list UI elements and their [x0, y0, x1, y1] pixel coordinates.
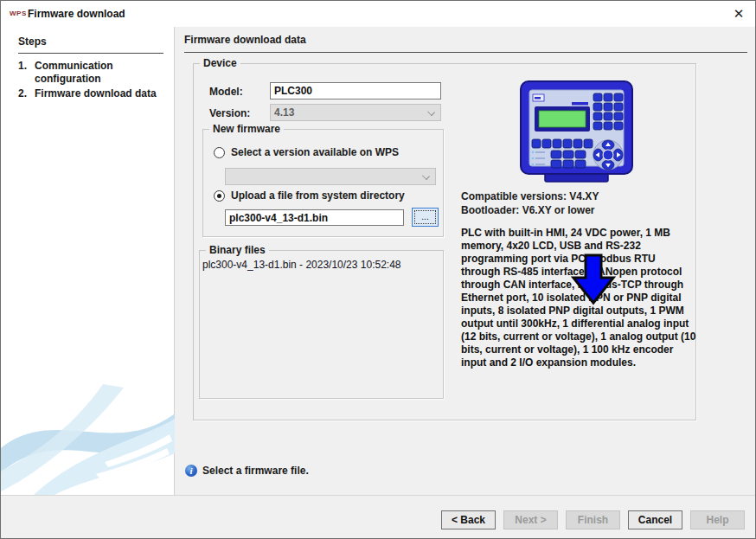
binary-files-groupbox: Binary files plc300-v4_13-d1.bin - 2023/… [199, 250, 444, 399]
compatible-versions-text: Compatible versions: V4.XY [461, 190, 599, 202]
steps-header: Steps [18, 35, 163, 54]
back-button[interactable]: < Back [441, 510, 496, 529]
radio-icon[interactable] [214, 190, 225, 202]
decorative-swoosh [1, 369, 175, 495]
new-firmware-group-label: New firmware [209, 123, 284, 135]
firmware-download-dialog: WPS Firmware download ✕ Steps 1. Communi… [0, 0, 756, 539]
bootloader-text: Bootloader: V6.XY or lower [461, 204, 594, 216]
radio-select-wps-version[interactable]: Select a version available on WPS [214, 146, 399, 158]
binary-files-group-label: Binary files [206, 244, 269, 256]
cancel-button[interactable]: Cancel [628, 510, 682, 529]
firmware-file-field[interactable] [225, 209, 404, 226]
title-bar: WPS Firmware download ✕ [1, 1, 755, 27]
new-firmware-groupbox: New firmware Select a version available … [202, 129, 444, 237]
status-message: Select a firmware file. [202, 465, 309, 477]
device-groupbox: Device Model: Version: 4.13 New firmware… [193, 63, 696, 420]
browse-button[interactable]: ... [412, 208, 439, 227]
step-number: 1. [18, 60, 35, 86]
radio-icon[interactable] [214, 147, 225, 158]
step-list: 1. Communication configuration 2. Firmwa… [18, 60, 165, 102]
step-item-communication: 1. Communication configuration [18, 60, 165, 86]
plc300-device-image [518, 78, 635, 185]
help-button: Help [690, 510, 745, 529]
model-label: Model: [209, 86, 243, 98]
radio-label: Upload a file from system directory [231, 189, 405, 202]
main-panel: Firmware download data Device Model: Ver… [175, 27, 756, 495]
window-title: Firmware download [28, 8, 125, 20]
step-item-firmware-data: 2. Firmware download data [18, 87, 165, 100]
wps-version-dropdown [225, 168, 436, 185]
chevron-down-icon [427, 108, 435, 116]
wps-logo-icon: WPS [10, 10, 27, 17]
version-label: Version: [209, 107, 250, 119]
step-number: 2. [18, 87, 35, 100]
version-value: 4.13 [274, 106, 294, 119]
chevron-down-icon [422, 172, 430, 180]
step-label: Firmware download data [35, 87, 157, 100]
status-row: i Select a firmware file. [185, 465, 309, 477]
next-button: Next > [503, 510, 558, 529]
page-title: Firmware download data [184, 34, 747, 53]
finish-button: Finish [566, 510, 620, 529]
button-bar: < Back Next > Finish Cancel Help [1, 495, 756, 539]
down-arrow-annotation [571, 253, 616, 305]
steps-sidebar: Steps 1. Communication configuration 2. … [1, 27, 175, 495]
radio-upload-file[interactable]: Upload a file from system directory [214, 189, 405, 202]
radio-label: Select a version available on WPS [231, 146, 399, 158]
close-icon[interactable]: ✕ [727, 3, 750, 24]
info-icon: i [185, 465, 197, 477]
version-dropdown: 4.13 [270, 104, 441, 121]
device-group-label: Device [200, 57, 240, 69]
binary-file-list-item[interactable]: plc300-v4_13-d1.bin - 2023/10/23 10:52:4… [202, 259, 401, 271]
model-field[interactable] [270, 82, 441, 99]
step-label: Communication configuration [35, 60, 165, 86]
